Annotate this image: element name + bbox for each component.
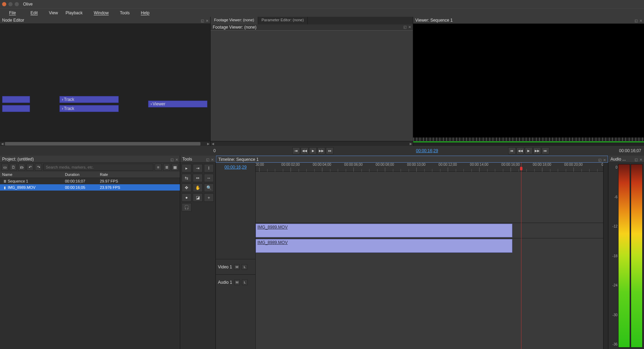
menu-view[interactable]: View xyxy=(45,10,61,16)
node-track-1[interactable]: ›Track xyxy=(59,96,119,103)
pointer-tool[interactable]: ▸ xyxy=(182,164,191,172)
zoom-tool[interactable]: 🔍 xyxy=(204,184,214,192)
text-cursor-tool[interactable]: I xyxy=(204,164,214,172)
step-back-button[interactable]: ◀◀ xyxy=(301,147,308,154)
goto-start-button[interactable]: ⏮ xyxy=(508,147,516,154)
project-row[interactable]: ▮IMG_8989.MOV00:00:16;0523.976 FPS xyxy=(0,184,180,191)
timeline-ruler[interactable]: ;00;0000:00:02;0000:00:04;0000:00:06;000… xyxy=(256,163,603,172)
step-fwd-button[interactable]: ▶▶ xyxy=(533,147,541,154)
lock-button[interactable]: L xyxy=(242,264,247,270)
audio-clip[interactable]: IMG_8989.MOV xyxy=(256,239,512,253)
timeline-track-headers: 00:00:16;29 Video 1 M L Audio 1 M L xyxy=(216,163,256,349)
menu-tools[interactable]: Tools xyxy=(116,10,133,16)
view-list-button[interactable]: ≡ xyxy=(155,164,162,171)
tools-title: Tools ◱ ✕ xyxy=(180,156,215,163)
viewer-ruler[interactable] xyxy=(413,138,644,146)
hand-tool[interactable]: ✋ xyxy=(193,184,203,192)
footage-hscroll[interactable]: ◀ ▶ xyxy=(211,141,413,146)
panel-controls-icon[interactable]: ◱ ✕ xyxy=(206,156,214,163)
window-title: Olive xyxy=(23,2,32,7)
timeline-canvas[interactable]: ;00;0000:00:02;0000:00:04;0000:00:06;000… xyxy=(256,163,603,349)
video-track-header[interactable]: Video 1 M L xyxy=(216,259,255,274)
viewer-transport: ⏮ ◀◀ ▶ ▶▶ ⏭ xyxy=(508,147,549,154)
undo-button[interactable]: ↶ xyxy=(27,164,34,171)
menu-bar: File Edit View Playback Window Tools Hel… xyxy=(0,8,644,17)
new-item-button[interactable]: ▭ xyxy=(1,164,8,171)
viewer-current-tc[interactable]: 00:00:16;29 xyxy=(416,148,438,153)
transition-tool[interactable]: ◪ xyxy=(193,193,203,202)
slide-tool[interactable]: ✥ xyxy=(182,184,191,192)
panel-controls-icon[interactable]: ◱ ✕ xyxy=(403,25,411,29)
new-folder-button[interactable]: 🗋 xyxy=(10,164,17,171)
play-button[interactable]: ▶ xyxy=(309,147,317,154)
lock-button[interactable]: L xyxy=(242,280,248,285)
tab-parameter-editor[interactable]: Parameter Editor: (none) xyxy=(258,17,308,24)
viewer-viewport[interactable] xyxy=(413,24,644,138)
meter-bars xyxy=(618,164,643,348)
panel-controls-icon[interactable]: ◱ ✕ xyxy=(201,17,209,24)
mute-button[interactable]: M xyxy=(234,280,240,285)
scroll-right-icon[interactable]: ▶ xyxy=(206,141,210,146)
tab-footage-viewer[interactable]: Footage Viewer: (none) xyxy=(211,17,258,24)
scroll-left-icon[interactable]: ◀ xyxy=(0,141,4,146)
mute-button[interactable]: M xyxy=(234,264,240,270)
timeline-current-tc[interactable]: 00:00:16;29 xyxy=(225,165,247,170)
video-track-lane[interactable]: IMG_8989.MOV xyxy=(256,223,603,238)
window-maximize-icon[interactable] xyxy=(15,2,19,6)
goto-start-button[interactable]: ⏮ xyxy=(292,147,300,154)
ripple-tool[interactable]: ⇆ xyxy=(182,174,191,182)
video-track-label: Video 1 xyxy=(218,265,232,269)
col-name[interactable]: Name xyxy=(0,172,63,178)
goto-end-button[interactable]: ⏭ xyxy=(542,147,549,154)
col-rate[interactable]: Rate xyxy=(98,172,180,178)
add-tool[interactable]: ＋ xyxy=(204,193,214,202)
node-viewer[interactable]: ›Viewer xyxy=(148,101,207,107)
project-row[interactable]: ≣Sequence 100:00:16;0729.97 FPS xyxy=(0,178,180,184)
panel-controls-icon[interactable]: ◱ ✕ xyxy=(635,17,643,24)
panel-controls-icon[interactable]: ◱ ✕ xyxy=(170,156,178,163)
col-duration[interactable]: Duration xyxy=(63,172,98,178)
menu-playback[interactable]: Playback xyxy=(62,10,86,16)
footage-viewport[interactable] xyxy=(211,31,413,141)
play-button[interactable]: ▶ xyxy=(525,147,533,154)
window-titlebar: Olive xyxy=(0,0,644,8)
step-fwd-button[interactable]: ▶▶ xyxy=(317,147,325,154)
window-close-icon[interactable] xyxy=(2,2,6,6)
audio-track-header[interactable]: Audio 1 M L xyxy=(216,274,255,290)
redo-button[interactable]: ↷ xyxy=(35,164,42,171)
step-back-button[interactable]: ◀◀ xyxy=(517,147,524,154)
snap-toggle[interactable]: 🎧 xyxy=(182,203,191,211)
timeline-title: Timeline: Sequence 1 ◱ ✕ xyxy=(216,156,608,163)
node-track-2[interactable]: ›Track xyxy=(59,105,119,112)
project-panel: Project: (untitled) ◱ ✕ ▭ 🗋 🗁 ↶ ↷ ≡ ≣ ▦ … xyxy=(0,156,180,349)
scroll-left-icon[interactable]: ◀ xyxy=(211,141,215,146)
scroll-thumb[interactable] xyxy=(5,142,200,146)
scroll-right-icon[interactable]: ▶ xyxy=(409,141,413,146)
audio-meter-panel: Audio ... ◱ ✕ 0-6-12-18-24-30-36 xyxy=(608,156,644,349)
search-input[interactable] xyxy=(43,164,153,171)
timeline-vscroll[interactable] xyxy=(603,163,608,349)
menu-file[interactable]: File xyxy=(2,10,23,16)
view-tree-button[interactable]: ≣ xyxy=(163,164,170,171)
node-unnamed-1[interactable] xyxy=(2,96,30,103)
goto-end-button[interactable]: ⏭ xyxy=(326,147,334,154)
node-unnamed-2[interactable] xyxy=(2,105,30,112)
record-tool[interactable]: ● xyxy=(182,193,191,202)
viewer-title: Viewer: Sequence 1 ◱ ✕ xyxy=(413,17,644,24)
video-clip[interactable]: IMG_8989.MOV xyxy=(256,224,512,237)
track-select-tool[interactable]: ⇥ xyxy=(193,164,203,172)
node-editor-hscroll[interactable]: ◀ ▶ xyxy=(0,141,210,146)
menu-help[interactable]: Help xyxy=(134,10,156,16)
panel-controls-icon[interactable]: ◱ ✕ xyxy=(635,156,643,163)
meter-right xyxy=(631,164,643,348)
menu-window[interactable]: Window xyxy=(87,10,116,16)
open-button[interactable]: 🗁 xyxy=(18,164,25,171)
menu-edit[interactable]: Edit xyxy=(23,10,45,16)
view-grid-button[interactable]: ▦ xyxy=(171,164,178,171)
rolling-tool[interactable]: ⇔ xyxy=(193,174,203,182)
audio-track-lane[interactable]: IMG_8989.MOV xyxy=(256,238,603,253)
node-canvas[interactable]: ›Track ›Track ›Viewer xyxy=(0,24,210,141)
window-minimize-icon[interactable] xyxy=(8,2,13,6)
slip-tool[interactable]: ↔ xyxy=(204,174,214,182)
playhead[interactable] xyxy=(521,163,521,349)
